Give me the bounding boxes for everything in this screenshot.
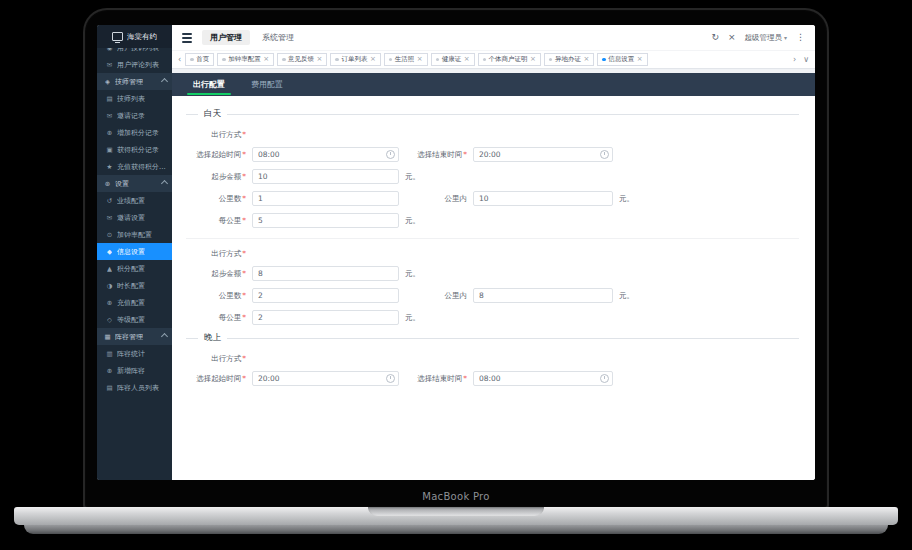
sidebar-item[interactable]: ✉用户评论列表 [97,56,172,73]
close-icon[interactable]: × [530,56,536,63]
tab-dot [222,58,226,62]
refresh-icon[interactable]: ↻ [711,33,719,42]
tab-item[interactable]: 信息设置× [597,53,647,66]
sidebar-section[interactable]: ▦阵容管理 [97,328,172,345]
field-label: 公里数* [186,194,252,204]
sidebar-item[interactable]: ↺业绩配置 [97,192,172,209]
sidebar-item[interactable]: ⊕增加积分记录 [97,124,172,141]
sidebar-item[interactable]: ▤技师列表 [97,90,172,107]
tab-item[interactable]: 意见反馈× [277,53,327,66]
unit-suffix: 元。 [405,269,420,279]
more-dots-icon[interactable]: ⋮ [796,33,805,42]
sidebar-item[interactable]: ✉邀请记录 [97,107,172,124]
sidebar-item[interactable]: ✉邀请设置 [97,209,172,226]
sidebar-item[interactable]: ▲积分配置 [97,260,172,277]
nav-tab[interactable]: 系统管理 [254,30,302,45]
sidebar-item[interactable]: ◆信息设置 [97,243,172,260]
unit-suffix: 元。 [619,291,634,301]
sidebar-item[interactable]: ▥阵容统计 [97,345,172,362]
form-content: 白天出行方式*选择起始时间*选择结束时间*起步金额*元。公里数*公里内元。每公里… [172,96,815,480]
sidebar-item[interactable]: ◉用户投诉列表 [97,48,172,56]
sidebar-item[interactable]: ◑时长配置 [97,277,172,294]
points-icon: ▲ [105,265,114,273]
close-icon[interactable]: × [370,56,376,63]
sidebar-item[interactable]: ▣获得积分记录 [97,141,172,158]
sidebar-item-label: 加钟率配置 [117,230,152,240]
tab-item[interactable]: 健康证× [431,53,475,66]
scroll-right-icon[interactable]: › [793,55,796,64]
tab-item[interactable]: 首页 [185,53,214,66]
panel-tab[interactable]: 出行配置 [180,73,238,96]
fullscreen-close-icon[interactable]: × [728,33,736,42]
main-area: 用户管理系统管理 ↻ × 超级管理员 ▾ ⋮ ‹ 首页加钟率配置×意见反馈×订单… [172,25,815,480]
sidebar-section[interactable]: ◈技师管理 [97,73,172,90]
close-icon[interactable]: × [317,56,323,63]
tab-label: 生活照 [395,55,415,64]
app-logo: 海棠有约 [97,25,172,48]
text-input[interactable] [473,371,613,386]
clock-icon [600,150,609,159]
section-divider: 白天 [186,108,799,120]
sidebar-item-label: 阵容管理 [115,332,143,342]
tab-label: 异地办证 [555,55,581,64]
text-input[interactable] [252,169,399,184]
tab-item[interactable]: 加钟率配置× [217,53,274,66]
sidebar-section[interactable]: ⊛设置 [97,175,172,192]
nav-tab[interactable]: 用户管理 [202,30,250,45]
form-row: 出行方式* [186,130,799,140]
comment-icon: ✉ [105,61,114,69]
close-icon[interactable]: × [583,56,589,63]
device-label: MacBook Pro [85,491,827,502]
text-input[interactable] [252,191,399,206]
field-label: 出行方式* [186,130,252,140]
close-icon[interactable]: × [464,56,470,63]
sidebar-item-label: 充值获得积分... [117,162,166,172]
close-icon[interactable]: × [637,56,643,63]
field-label: 选择起始时间* [186,150,252,160]
section-divider: 晚上 [186,332,799,344]
text-input[interactable] [252,266,399,281]
record-icon: ▣ [105,146,114,154]
text-input[interactable] [252,288,399,303]
text-input[interactable] [252,213,399,228]
text-input[interactable] [473,191,613,206]
input-wrap [252,266,399,281]
tab-item[interactable]: 异地办证× [544,53,594,66]
tab-item[interactable]: 个体商户证明× [478,53,541,66]
text-input[interactable] [473,288,613,303]
tags-dropdown-icon[interactable]: ∨ [803,55,809,64]
close-icon[interactable]: × [417,56,423,63]
monitor-icon [112,32,123,41]
form-row: 公里数*公里内元。 [186,288,799,303]
list-icon: ▤ [105,95,114,103]
required-asterisk: * [242,313,246,322]
tab-item[interactable]: 生活照× [384,53,428,66]
required-asterisk: * [242,291,246,300]
sidebar-item[interactable]: ◇等级配置 [97,311,172,328]
text-input[interactable] [252,310,399,325]
tab-item[interactable]: 订单列表× [330,53,380,66]
form-row: 选择起始时间*选择结束时间* [186,371,799,386]
text-input[interactable] [252,371,399,386]
tab-dot [335,58,339,62]
sidebar-item[interactable]: ⊕新增阵容 [97,362,172,379]
sidebar-item[interactable]: ⊙加钟率配置 [97,226,172,243]
text-input[interactable] [252,147,399,162]
sidebar-item-label: 充值配置 [117,298,145,308]
tab-label: 健康证 [442,55,462,64]
tab-dot [436,58,440,62]
hamburger-icon[interactable] [182,33,192,43]
text-input[interactable] [473,147,613,162]
sidebar-item[interactable]: ⊕充值配置 [97,294,172,311]
admin-dropdown[interactable]: 超级管理员 ▾ [744,33,787,43]
add-icon: ⊕ [105,367,114,375]
input-wrap [473,288,613,303]
sidebar-item[interactable]: ▤阵容人员列表 [97,379,172,396]
close-icon[interactable]: × [263,56,269,63]
scroll-left-icon[interactable]: ‹ [178,56,181,64]
panel-tab[interactable]: 费用配置 [238,73,296,96]
tab-label: 意见反馈 [288,55,314,64]
sidebar-item-label: 设置 [115,179,129,189]
sidebar-item[interactable]: ★充值获得积分... [97,158,172,175]
laptop-screen: 海棠有约 ◉用户投诉列表✉用户评论列表◈技师管理▤技师列表✉邀请记录⊕增加积分记… [85,10,827,507]
